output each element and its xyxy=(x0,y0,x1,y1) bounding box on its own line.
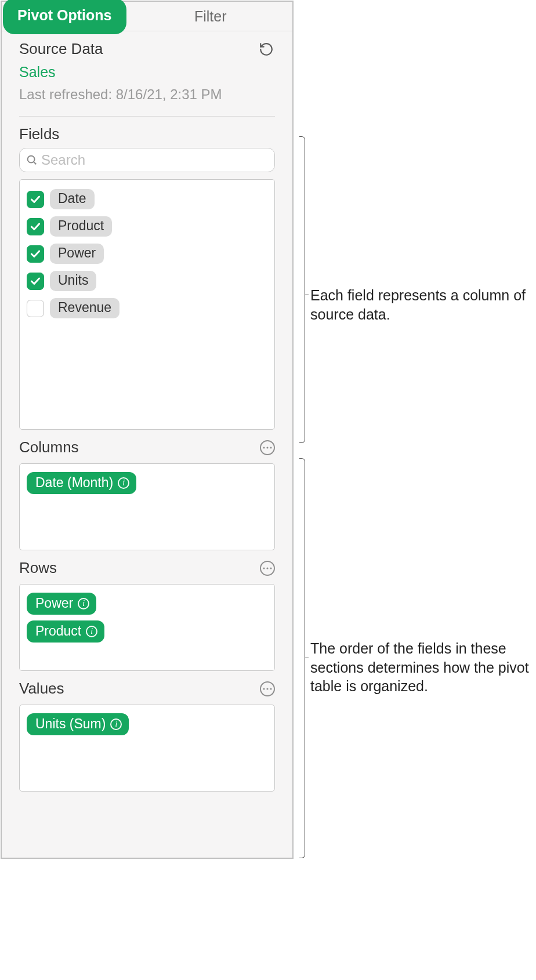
field-row: Units xyxy=(27,267,267,295)
svg-point-9 xyxy=(266,688,268,689)
svg-line-1 xyxy=(34,162,36,164)
columns-drop-area[interactable]: Date (Month) i xyxy=(19,463,275,550)
more-icon xyxy=(263,567,272,569)
svg-point-7 xyxy=(270,567,271,569)
field-row: Revenue xyxy=(27,295,267,322)
callout-bracket-fields xyxy=(299,136,305,443)
callout-order-text: The order of the fields in these section… xyxy=(310,639,531,696)
columns-title: Columns xyxy=(19,438,79,456)
columns-menu-button[interactable] xyxy=(260,440,275,455)
values-drop-area[interactable]: Units (Sum) i xyxy=(19,705,275,792)
pill-label: Units (Sum) xyxy=(35,716,106,732)
row-pill-product[interactable]: Product i xyxy=(27,620,104,643)
field-checkbox-date[interactable] xyxy=(27,191,44,208)
callout-bracket-sections xyxy=(299,458,305,858)
pill-label: Date (Month) xyxy=(35,475,113,491)
more-icon xyxy=(263,447,272,449)
column-pill-date-month[interactable]: Date (Month) i xyxy=(27,472,136,494)
info-icon[interactable]: i xyxy=(110,718,122,730)
pivot-options-panel: Pivot Options Filter Source Data Sales L… xyxy=(1,1,294,859)
callout-tick xyxy=(305,295,309,295)
search-icon xyxy=(26,154,38,166)
more-icon xyxy=(263,688,272,690)
rows-title: Rows xyxy=(19,559,57,577)
tab-filter-label: Filter xyxy=(194,8,227,24)
pill-label: Power xyxy=(35,596,73,611)
field-chip-revenue[interactable]: Revenue xyxy=(50,298,119,318)
field-checkbox-units[interactable] xyxy=(27,273,44,290)
svg-point-2 xyxy=(263,447,265,448)
field-checkbox-revenue[interactable] xyxy=(27,300,44,317)
field-chip-units[interactable]: Units xyxy=(50,271,96,291)
values-section: Values Units (Sum) i xyxy=(2,671,292,792)
source-data-name: Sales xyxy=(19,64,275,81)
source-data-timestamp: Last refreshed: 8/16/21, 2:31 PM xyxy=(19,86,275,103)
source-data-title: Source Data xyxy=(19,40,103,58)
svg-point-10 xyxy=(270,688,271,689)
tab-filter[interactable]: Filter xyxy=(129,2,293,31)
rows-drop-area[interactable]: Power i Product i xyxy=(19,584,275,671)
values-menu-button[interactable] xyxy=(260,681,275,696)
value-pill-units-sum[interactable]: Units (Sum) i xyxy=(27,713,129,735)
field-row: Date xyxy=(27,186,267,213)
svg-point-5 xyxy=(263,567,265,569)
field-row: Power xyxy=(27,240,267,267)
svg-point-8 xyxy=(263,688,265,689)
columns-section: Columns Date (Month) i xyxy=(2,430,292,550)
svg-point-3 xyxy=(266,447,268,448)
callout-fields-text: Each field represents a column of source… xyxy=(310,286,531,324)
refresh-button[interactable] xyxy=(258,41,275,58)
field-chip-power[interactable]: Power xyxy=(50,244,104,264)
values-title: Values xyxy=(19,680,64,698)
field-chip-product[interactable]: Product xyxy=(50,216,112,237)
fields-section: Fields Date Product xyxy=(2,117,292,430)
svg-point-6 xyxy=(266,567,268,569)
row-pill-power[interactable]: Power i xyxy=(27,593,96,615)
info-icon[interactable]: i xyxy=(86,626,97,637)
pill-label: Product xyxy=(35,623,81,639)
rows-section: Rows Power i Product i xyxy=(2,550,292,671)
info-icon[interactable]: i xyxy=(118,477,129,489)
field-chip-date[interactable]: Date xyxy=(50,189,95,209)
fields-title: Fields xyxy=(19,125,59,143)
rows-menu-button[interactable] xyxy=(260,561,275,576)
panel-tabs: Pivot Options Filter xyxy=(2,2,292,31)
field-row: Product xyxy=(27,213,267,240)
svg-point-0 xyxy=(28,156,35,163)
source-data-section: Source Data Sales Last refreshed: 8/16/2… xyxy=(2,31,292,106)
field-checkbox-product[interactable] xyxy=(27,218,44,235)
tab-pivot-label: Pivot Options xyxy=(3,0,126,34)
fields-list: Date Product Power Units xyxy=(19,179,275,430)
refresh-icon xyxy=(259,42,274,57)
callout-tick xyxy=(305,658,309,658)
field-checkbox-power[interactable] xyxy=(27,245,44,263)
fields-search[interactable] xyxy=(19,148,275,172)
tab-pivot-options[interactable]: Pivot Options xyxy=(2,0,129,37)
svg-point-4 xyxy=(270,447,271,448)
fields-search-input[interactable] xyxy=(41,152,269,168)
info-icon[interactable]: i xyxy=(78,598,89,609)
